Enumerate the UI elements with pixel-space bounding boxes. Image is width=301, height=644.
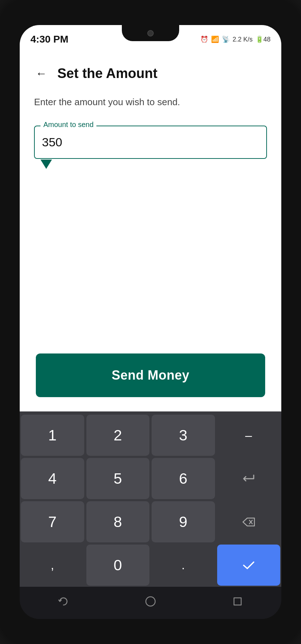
amount-input[interactable] — [34, 126, 267, 159]
svg-point-2 — [146, 597, 155, 606]
nav-back-icon[interactable] — [57, 595, 70, 611]
key-comma[interactable]: , — [21, 545, 84, 586]
dropdown-indicator — [40, 160, 52, 169]
main-content: Enter the amount you wish to send. Amoun… — [20, 89, 281, 411]
back-button[interactable]: ← — [32, 64, 50, 82]
battery-icon: 🔋48 — [255, 35, 271, 43]
key-9[interactable]: 9 — [152, 501, 215, 542]
keyboard-row-4: , 0 . — [20, 543, 281, 587]
key-2[interactable]: 2 — [86, 415, 150, 456]
key-8[interactable]: 8 — [86, 501, 150, 542]
page-title: Set the Amount — [57, 66, 157, 81]
nav-recents-icon[interactable] — [231, 595, 244, 611]
send-money-button[interactable]: Send Money — [36, 353, 265, 397]
subtitle-text: Enter the amount you wish to send. — [34, 97, 267, 108]
key-0[interactable]: 0 — [86, 545, 150, 586]
amount-input-wrapper: Amount to send — [34, 126, 267, 159]
send-button-area: Send Money — [34, 353, 267, 404]
key-7[interactable]: 7 — [21, 501, 84, 542]
keyboard-row-1: 1 2 3 – — [20, 414, 281, 457]
keyboard-row-3: 7 8 9 — [20, 500, 281, 543]
numeric-keyboard: 1 2 3 – 4 5 6 7 8 9 — [20, 411, 281, 587]
key-1[interactable]: 1 — [21, 415, 84, 456]
nav-home-icon[interactable] — [144, 595, 157, 611]
notch — [122, 25, 179, 41]
app-screen: ← Set the Amount Enter the amount you wi… — [20, 54, 281, 411]
app-header: ← Set the Amount — [20, 54, 281, 89]
key-confirm[interactable] — [217, 545, 281, 586]
wifi-icon: 📶 — [211, 35, 219, 43]
amount-label: Amount to send — [40, 121, 96, 129]
key-6[interactable]: 6 — [152, 458, 215, 499]
key-minus[interactable]: – — [217, 415, 281, 456]
signal-icon: 📡 — [222, 35, 230, 43]
key-dot[interactable]: . — [152, 545, 215, 586]
key-return[interactable] — [217, 458, 281, 499]
key-4[interactable]: 4 — [21, 458, 84, 499]
battery-display: 2.2 K/s — [233, 36, 253, 43]
phone-frame: 4:30 PM ⏰ 📶 📡 2.2 K/s 🔋48 ← Set the Amou… — [0, 0, 301, 644]
nav-bar — [20, 587, 281, 619]
key-5[interactable]: 5 — [86, 458, 150, 499]
status-bar: 4:30 PM ⏰ 📶 📡 2.2 K/s 🔋48 — [20, 25, 281, 54]
camera — [147, 30, 154, 36]
status-icons: ⏰ 📶 📡 2.2 K/s 🔋48 — [200, 35, 271, 43]
key-3[interactable]: 3 — [152, 415, 215, 456]
back-arrow-icon: ← — [35, 67, 47, 80]
phone-inner: 4:30 PM ⏰ 📶 📡 2.2 K/s 🔋48 ← Set the Amou… — [20, 25, 281, 619]
keyboard-row-2: 4 5 6 — [20, 457, 281, 500]
alarm-icon: ⏰ — [200, 35, 208, 43]
key-backspace[interactable] — [217, 501, 281, 542]
